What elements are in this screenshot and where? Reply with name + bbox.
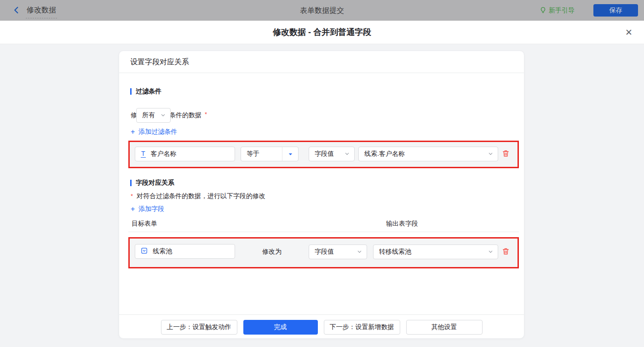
plus-icon: +: [131, 128, 135, 136]
filter-field-value: 客户名称: [151, 150, 177, 158]
card-header: 设置字段对应关系: [119, 51, 524, 73]
prev-step-button[interactable]: 上一步：设置触发动作: [161, 320, 237, 335]
field-mapping-card: 设置字段对应关系 过滤条件 修改符合以下 所有 条件的数据 * +: [119, 51, 524, 339]
other-settings-button[interactable]: 其他设置: [406, 320, 483, 335]
add-field-link[interactable]: + 添加字段: [131, 205, 164, 213]
value-type-select[interactable]: 字段值: [309, 147, 355, 161]
chevron-down-icon: [488, 248, 493, 256]
compare-value: 线索.客户名称: [364, 150, 405, 158]
delete-condition-button[interactable]: [501, 149, 510, 159]
modify-to-label: 修改为: [258, 244, 286, 259]
output-field-column-header: 输出表字段: [386, 220, 418, 228]
top-bar: 修改数据 表单数据提交 新手引导 保存: [0, 0, 644, 21]
trash-icon: [502, 152, 510, 159]
compare-value-select[interactable]: 线索.客户名称: [358, 147, 498, 161]
target-form-column-header: 目标表单: [132, 220, 157, 228]
match-condition-row: 修改符合以下 所有 条件的数据 *: [131, 108, 207, 123]
done-button[interactable]: 完成: [243, 320, 318, 335]
filter-section-title: 过滤条件: [130, 87, 161, 96]
modal-header: 修改数据 - 合并到普通字段 ✕: [0, 21, 644, 44]
delete-mapping-button[interactable]: [501, 247, 510, 256]
mapping-value-type-value: 字段值: [315, 248, 334, 256]
field-mapping-row: 线索池 修改为 字段值 转移线索池: [128, 237, 519, 268]
operator-value: 等于: [241, 150, 259, 158]
match-mode-value: 所有: [142, 111, 155, 119]
add-filter-condition-label: 添加过滤条件: [138, 128, 177, 136]
select-field-icon: [141, 247, 148, 256]
save-button[interactable]: 保存: [593, 4, 638, 17]
column-header-divider: [128, 232, 519, 232]
close-icon[interactable]: ✕: [623, 27, 635, 39]
chevron-down-icon: [357, 248, 362, 256]
match-mode-select[interactable]: 所有: [136, 108, 171, 123]
beginner-guide-label: 新手引导: [549, 6, 575, 15]
plus-icon: +: [131, 205, 135, 213]
chevron-down-icon: [161, 112, 166, 119]
beginner-guide-button[interactable]: 新手引导: [540, 6, 575, 16]
operator-select[interactable]: 等于: [241, 147, 299, 161]
mapping-description: * 对符合过滤条件的数据，进行以下字段的修改: [131, 192, 265, 200]
filter-field-picker[interactable]: T 客户名称: [135, 147, 235, 161]
trash-icon: [502, 250, 510, 257]
modal-body: 设置字段对应关系 过滤条件 修改符合以下 所有 条件的数据 * +: [0, 44, 644, 347]
mapping-section-title: 字段对应关系: [130, 179, 174, 187]
filter-section-label: 过滤条件: [136, 87, 161, 96]
lightbulb-icon: [540, 6, 546, 15]
chevron-down-icon: [488, 150, 493, 158]
chevron-down-icon: [345, 150, 350, 158]
mapping-description-text: 对符合过滤条件的数据，进行以下字段的修改: [137, 192, 265, 200]
mapping-value: 转移线索池: [379, 248, 411, 256]
caret-down-icon: [282, 147, 298, 161]
mapping-value-select[interactable]: 转移线索池: [373, 245, 498, 259]
target-field-value: 线索池: [153, 247, 172, 256]
section-bar-icon: [130, 180, 132, 186]
match-suffix-label: 条件的数据: [169, 111, 201, 119]
section-bar-icon: [130, 88, 132, 95]
filter-condition-row: T 客户名称 等于 字段值 线索.客户名称: [128, 141, 519, 168]
modal-title: 修改数据 - 合并到普通字段: [0, 21, 644, 44]
required-mark: *: [131, 193, 133, 201]
next-step-button[interactable]: 下一步：设置新增数据: [324, 320, 400, 335]
footer-buttons: 上一步：设置触发动作 完成 下一步：设置新增数据 其他设置: [119, 320, 524, 335]
card-header-title: 设置字段对应关系: [130, 57, 189, 67]
mapping-section-label: 字段对应关系: [136, 179, 174, 187]
target-field-picker[interactable]: 线索池: [135, 244, 235, 259]
screen: 修改数据 表单数据提交 新手引导 保存 修改数据 - 合并到普通字段 ✕ 设置字…: [0, 0, 644, 347]
value-type-value: 字段值: [315, 150, 334, 158]
add-field-label: 添加字段: [138, 205, 164, 213]
text-field-icon: T: [141, 150, 146, 158]
required-mark: *: [205, 111, 207, 118]
mapping-value-type-select[interactable]: 字段值: [309, 245, 367, 259]
footer-divider: [119, 314, 524, 315]
add-filter-condition-link[interactable]: + 添加过滤条件: [131, 128, 177, 136]
